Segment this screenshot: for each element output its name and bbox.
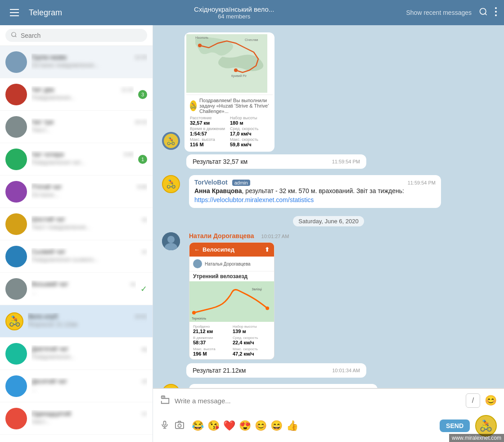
- input-area: / 😊: [153, 388, 504, 412]
- message-bubble: TorVeloBot admin 11:59:54 PM Анна Кравцо…: [189, 175, 441, 208]
- list-item[interactable]: Чат чотири 9:45 Повідомлення чат... 1: [0, 143, 153, 176]
- velo-activity-name: Утренний велозаезд: [189, 271, 274, 281]
- result-bubble: Результат 32,57 км 11:59:54 PM: [186, 154, 366, 169]
- message-bubble: TorVeloBot admin 10:01:34 AM Натали Доро…: [189, 384, 378, 388]
- chat-name[interactable]: Східноукраїнський вело...: [194, 5, 274, 13]
- chat-name: Вело клуб: [28, 313, 58, 320]
- svg-line-9: [15, 36, 17, 37]
- more-options-icon[interactable]: [495, 7, 497, 18]
- chat-preview: Повідомлення чат...: [32, 159, 85, 166]
- list-item[interactable]: Дев'ятий чат нд Повідомлення...: [0, 338, 153, 370]
- sender-row: TorVeloBot admin 11:59:54 PM: [194, 179, 436, 187]
- velo-username: Наталья Дорогавцева: [205, 262, 251, 266]
- velo-user-avatar: [193, 259, 202, 268]
- list-item[interactable]: Одинадцятий пт текст...: [0, 402, 153, 435]
- chat-time: ср: [142, 216, 147, 222]
- chat-time: 9:45: [124, 152, 134, 157]
- bot-avatar: 🚴: [162, 384, 180, 388]
- share-icon: ⬆: [265, 246, 270, 253]
- message-time: 11:59:54 PM: [408, 180, 436, 185]
- velo-user-row: Наталья Дорогавцева: [189, 257, 274, 271]
- avatar: [5, 116, 27, 138]
- slash-button[interactable]: /: [466, 393, 480, 408]
- message-input[interactable]: [175, 397, 461, 405]
- avatar: [5, 213, 27, 235]
- statistics-link[interactable]: https://veloclubtor.miralexnet.com/stati…: [194, 196, 314, 203]
- chat-preview: Останнє...: [32, 191, 59, 198]
- svg-rect-0: [10, 9, 19, 10]
- chat-content: Чат чотири 9:45 Повідомлення чат...: [32, 151, 134, 167]
- chat-preview: ...: [32, 289, 36, 295]
- list-item[interactable]: Чат два 11:22 Повідомлення... 3: [0, 78, 153, 111]
- svg-rect-1: [10, 12, 19, 13]
- search-icon[interactable]: [479, 7, 488, 18]
- bot-avatar: 🚴: [162, 175, 180, 193]
- chat-name: Чат чотири: [32, 151, 64, 158]
- list-item[interactable]: 🚴 Вело клуб 10:01 Результат 21.12км: [0, 305, 153, 338]
- list-item[interactable]: Група назва 12:34 Останнє повідомлення..…: [0, 46, 153, 78]
- emoji-heart[interactable]: ❤️: [223, 420, 235, 432]
- svg-text:Залізці: Залізці: [252, 288, 262, 291]
- list-item[interactable]: Десятий чат сб ...: [0, 370, 153, 402]
- avatar: [5, 278, 27, 300]
- result-text: Результат 21.12км: [193, 367, 246, 374]
- emoji-thumbsup[interactable]: 👍: [286, 420, 298, 432]
- svg-point-23: [192, 311, 196, 315]
- result-text: Результат 32,57 км: [193, 158, 248, 165]
- camera-icon[interactable]: [175, 420, 184, 432]
- chat-members: 64 members: [218, 13, 250, 20]
- list-item[interactable]: Шостий чат ср Текст повідомлення...: [0, 208, 153, 240]
- main-layout: Група назва 12:34 Останнє повідомлення..…: [0, 25, 504, 442]
- current-user-avatar: 🚴: [475, 415, 497, 437]
- chat-area: 🚴: [153, 25, 504, 442]
- back-icon: ←: [194, 246, 200, 253]
- chat-time: сб: [142, 379, 147, 384]
- sender-name: Натали Дорогавцева: [189, 232, 254, 239]
- checkmark-icon: ✓: [140, 284, 147, 294]
- emoji-laugh[interactable]: 😂: [192, 420, 204, 432]
- svg-text:Нікополь: Нікополь: [195, 36, 208, 39]
- list-item[interactable]: Чат три 10:15 Текст...: [0, 111, 153, 143]
- velo-card: ← Велосипед ⬆ Наталья Дорогавцева Утренн…: [189, 242, 274, 360]
- chat-name: Дев'ятий чат: [32, 345, 68, 352]
- velo-title: Велосипед: [202, 246, 234, 253]
- emoji-button[interactable]: 😊: [485, 395, 497, 406]
- search-input[interactable]: [21, 32, 142, 39]
- avatar: [5, 246, 27, 267]
- chat-preview: Повідомлення...: [32, 353, 75, 360]
- show-recent-button[interactable]: Show recent messages: [406, 9, 472, 16]
- bot-sender: TorVeloBot: [194, 388, 228, 388]
- chat-name: Група назва: [32, 54, 67, 61]
- emoji-heart-eyes[interactable]: 😍: [239, 420, 251, 432]
- chat-time: вт: [142, 249, 147, 254]
- svg-point-14: [198, 44, 202, 47]
- chat-name: Шостий чат: [32, 216, 65, 223]
- list-item[interactable]: П'ятий чат 8:30 Останнє...: [0, 176, 153, 208]
- stat-max-speed: Макс. скорость47,2 км/ч: [233, 347, 270, 356]
- attachment-icon[interactable]: [160, 395, 170, 407]
- message-row: Натали Дорогавцева 10:01:27 AM ← Велосип…: [162, 232, 495, 360]
- mention-user: Анна Кравцова: [194, 187, 242, 194]
- stat-distance: Пройдено21,12 км: [193, 325, 231, 334]
- chat-name: Сьомий чат: [32, 248, 66, 255]
- list-item[interactable]: Восьмий чат пн ... ✓: [0, 273, 153, 305]
- message-content: Нікополь Січеслав Кривий Ріг 🚴 Поздравля…: [184, 32, 274, 152]
- menu-button[interactable]: [7, 9, 22, 16]
- slash-label: /: [472, 397, 474, 405]
- microphone-icon[interactable]: [160, 420, 169, 432]
- chat-preview: Повідомлення сьомого...: [32, 256, 99, 263]
- emoji-kiss[interactable]: 😘: [207, 420, 220, 432]
- map-image: Нікополь Січеслав Кривий Ріг: [186, 34, 267, 93]
- list-item[interactable]: Сьомий чат вт Повідомлення сьомого...: [0, 240, 153, 273]
- chat-content: Дев'ятий чат нд Повідомлення...: [32, 345, 147, 362]
- chat-preview: Текст повідомлення...: [32, 224, 90, 230]
- chat-time: 8:30: [138, 184, 147, 189]
- chat-content: Група назва 12:34 Останнє повідомлення..…: [32, 54, 147, 70]
- stat-max-alt: Макс. высота116 М: [190, 137, 229, 147]
- send-button[interactable]: SEND: [440, 419, 470, 432]
- strava-header-row: 🚴 Поздравляем! Вы выполнили задачу «Huza…: [190, 98, 269, 114]
- chat-name: Десятий чат: [32, 378, 67, 385]
- emoji-smile[interactable]: 😊: [255, 420, 267, 432]
- emoji-grin[interactable]: 😄: [270, 420, 283, 432]
- svg-rect-2: [10, 15, 19, 16]
